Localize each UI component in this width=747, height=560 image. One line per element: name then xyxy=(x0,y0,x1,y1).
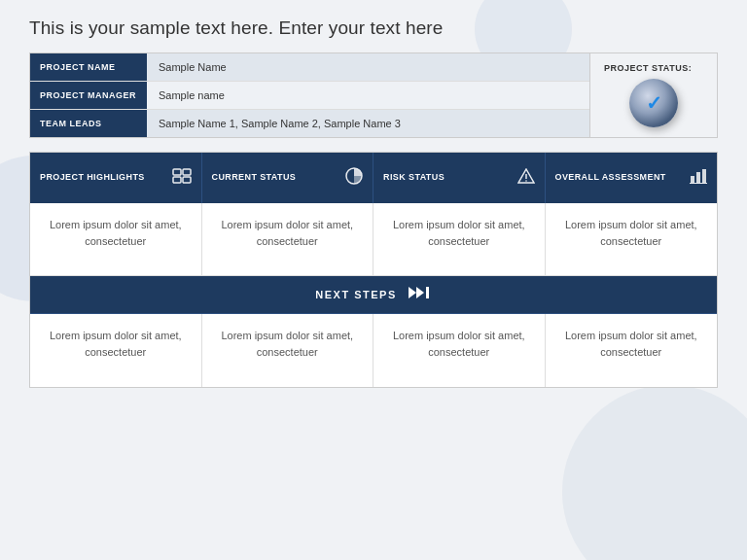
project-name-value: Sample Name xyxy=(147,53,589,81)
section-overall-assessment-label: OVERALL ASSESSMENT xyxy=(555,172,666,184)
next-steps-icon xyxy=(409,285,432,304)
section-highlights-label: PROJECT HIGHLIGHTS xyxy=(40,172,145,184)
team-leads-label: TEAM LEADS xyxy=(30,110,147,137)
svg-marker-12 xyxy=(416,287,424,298)
team-leads-value: Sample Name 1, Sample Name 2, Sample Nam… xyxy=(147,110,589,137)
svg-rect-8 xyxy=(696,172,700,183)
svg-point-6 xyxy=(525,180,527,182)
bottom-cell-1: Lorem ipsum dolor sit amet, consectetuer xyxy=(202,314,374,387)
next-steps-banner: NEXT STEPS xyxy=(30,276,717,314)
section-headers-row: PROJECT HIGHLIGHTS CURRENT STATUS xyxy=(30,153,717,203)
sections-container: PROJECT HIGHLIGHTS CURRENT STATUS xyxy=(29,152,718,388)
bottom-cell-3: Lorem ipsum dolor sit amet, consectetuer xyxy=(546,314,718,387)
status-sphere: ✓ xyxy=(629,79,678,127)
svg-marker-11 xyxy=(409,287,416,298)
team-leads-row: TEAM LEADS Sample Name 1, Sample Name 2,… xyxy=(30,110,589,137)
svg-rect-1 xyxy=(183,169,191,175)
svg-rect-13 xyxy=(426,287,429,298)
next-steps-label: NEXT STEPS xyxy=(315,289,396,300)
bottom-cells-row: Lorem ipsum dolor sit amet, consectetuer… xyxy=(30,314,717,387)
project-manager-value: Sample name xyxy=(147,82,589,109)
svg-rect-2 xyxy=(173,177,181,183)
bar-chart-icon xyxy=(690,168,707,188)
bottom-cell-2: Lorem ipsum dolor sit amet, consectetuer xyxy=(374,314,546,387)
pie-chart-icon xyxy=(345,167,363,189)
page-title: This is your sample text here. Enter you… xyxy=(29,18,718,39)
section-current-status-label: CURRENT STATUS xyxy=(212,172,297,184)
project-info-container: PROJECT NAME Sample Name PROJECT MANAGER… xyxy=(29,52,718,138)
section-risk-status-label: RISK STATUS xyxy=(383,172,445,184)
section-risk-status-body: Lorem ipsum dolor sit amet, consectetuer xyxy=(374,203,546,276)
section-current-status-header: CURRENT STATUS xyxy=(202,153,374,203)
section-overall-assessment-header: OVERALL ASSESSMENT xyxy=(546,153,718,203)
status-icon-container: ✓ xyxy=(604,79,703,127)
project-name-label: PROJECT NAME xyxy=(30,53,147,81)
highlights-icon xyxy=(172,168,192,188)
svg-rect-7 xyxy=(691,176,694,183)
svg-rect-9 xyxy=(702,169,706,183)
svg-rect-0 xyxy=(173,169,181,175)
project-info-left: PROJECT NAME Sample Name PROJECT MANAGER… xyxy=(30,53,590,137)
section-bodies-row: Lorem ipsum dolor sit amet, consectetuer… xyxy=(30,203,717,276)
project-status-panel: PROJECT STATUS: ✓ xyxy=(590,53,717,137)
warning-triangle-icon xyxy=(517,168,535,188)
bottom-cell-0: Lorem ipsum dolor sit amet, consectetuer xyxy=(30,314,202,387)
section-highlights-header: PROJECT HIGHLIGHTS xyxy=(30,153,202,203)
project-status-label: PROJECT STATUS: xyxy=(604,63,692,73)
section-overall-assessment-body: Lorem ipsum dolor sit amet, consectetuer xyxy=(546,203,718,276)
project-name-row: PROJECT NAME Sample Name xyxy=(30,53,589,82)
project-manager-row: PROJECT MANAGER Sample name xyxy=(30,82,589,110)
checkmark-icon: ✓ xyxy=(646,91,662,115)
project-manager-label: PROJECT MANAGER xyxy=(30,82,147,109)
section-current-status-body: Lorem ipsum dolor sit amet, consectetuer xyxy=(202,203,374,276)
section-highlights-body: Lorem ipsum dolor sit amet, consectetuer xyxy=(30,203,202,276)
section-risk-status-header: RISK STATUS xyxy=(374,153,546,203)
svg-rect-3 xyxy=(183,177,191,183)
